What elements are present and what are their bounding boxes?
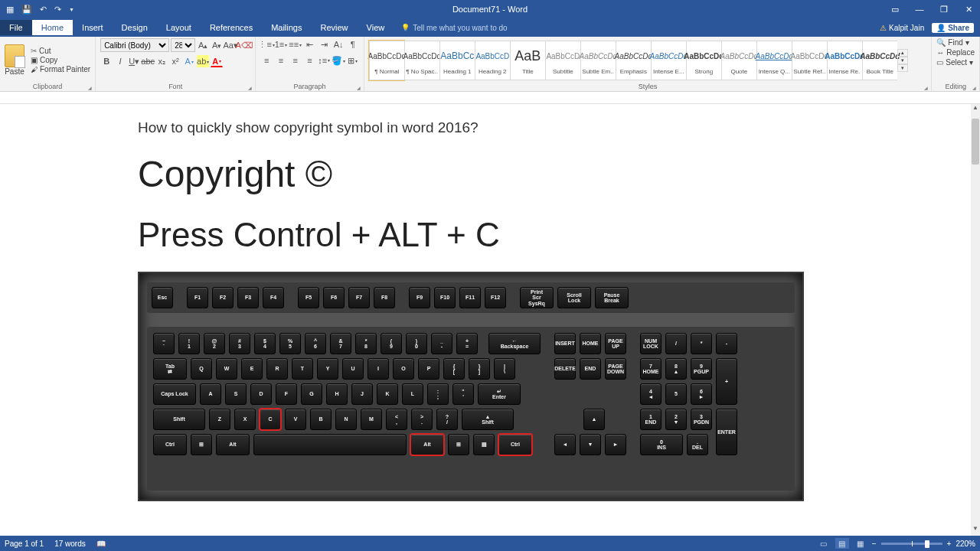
tab-insert[interactable]: Insert xyxy=(73,20,113,35)
bold-button[interactable]: B xyxy=(100,55,113,67)
show-marks-button[interactable]: ¶ xyxy=(347,38,359,51)
text-effects-button[interactable]: A xyxy=(183,55,195,67)
font-color-button[interactable]: A xyxy=(211,55,223,67)
group-font: Calibri (Body) 28 A▴ A▾ Aa▾ A⌫ B I U▾ ab… xyxy=(96,37,256,91)
qat-undo-icon[interactable]: ↶ xyxy=(40,5,47,15)
justify-button[interactable]: ≡ xyxy=(303,54,315,67)
window-restore-icon[interactable]: ❐ xyxy=(933,0,956,18)
styles-more-icon[interactable]: ▾ xyxy=(897,64,908,72)
view-web-icon[interactable]: ▦ xyxy=(854,538,867,549)
find-button[interactable]: 🔍 Find ▾ xyxy=(936,38,969,47)
bullets-button[interactable]: ⋮≡ xyxy=(260,39,273,51)
doc-text-line2[interactable]: Copyright © xyxy=(138,155,833,195)
styles-up-icon[interactable]: ▴ xyxy=(897,49,908,57)
tab-design[interactable]: Design xyxy=(113,20,157,35)
clear-formatting-button[interactable]: A⌫ xyxy=(238,39,250,51)
tab-references[interactable]: References xyxy=(201,20,262,35)
align-right-button[interactable]: ≡ xyxy=(289,54,302,67)
window-titlebar: ▦ 💾 ↶ ↷ ▼ Document71 - Word ▭ — ❐ ✕ xyxy=(0,0,980,18)
user-name[interactable]: ⚠ Kalpit Jain xyxy=(880,24,924,32)
style-book-title[interactable]: AaBbCcDdBook Title xyxy=(862,41,897,80)
zoom-out-button[interactable]: − xyxy=(872,540,877,548)
status-words[interactable]: 17 words xyxy=(54,540,86,548)
increase-indent-button[interactable]: ⇥ xyxy=(318,39,330,51)
style---no-spac---[interactable]: AaBbCcDd¶ No Spac... xyxy=(404,41,439,80)
borders-button[interactable]: ⊞ xyxy=(347,54,359,67)
zoom-level[interactable]: 220% xyxy=(956,540,975,548)
group-paragraph: ⋮≡ 1≡ ≡≡ ⇤ ⇥ A↓ ¶ ≡ ≡ ≡ ≡ ↕≡ 🪣 ⊞ Paragra… xyxy=(256,37,364,91)
qat-customize-icon[interactable]: ▼ xyxy=(69,7,74,12)
window-close-icon[interactable]: ✕ xyxy=(957,0,980,18)
line-spacing-button[interactable]: ↕≡ xyxy=(318,54,330,67)
tell-me-input[interactable]: Tell me what you want to do xyxy=(401,24,507,32)
paste-button[interactable]: Paste xyxy=(5,44,24,76)
align-center-button[interactable]: ≡ xyxy=(275,54,287,67)
view-print-icon[interactable]: ▤ xyxy=(835,538,849,549)
style-intense-e---[interactable]: AaBbCcDdIntense E... xyxy=(651,41,686,80)
style-intense-q---[interactable]: AaBbCcDdIntense Q... xyxy=(756,41,792,80)
style-subtitle[interactable]: AaBbCcDSubtitle xyxy=(545,41,580,80)
tab-home[interactable]: Home xyxy=(32,20,73,35)
style---normal[interactable]: AaBbCcDd¶ Normal xyxy=(369,41,404,80)
group-label-paragraph: Paragraph xyxy=(260,82,359,91)
scrollbar-track[interactable] xyxy=(971,115,980,525)
style-subtle-em---[interactable]: AaBbCcDdSubtle Em... xyxy=(580,41,616,80)
view-read-icon[interactable]: ▭ xyxy=(817,538,831,549)
scroll-up-icon[interactable]: ▲ xyxy=(971,104,980,115)
scroll-down-icon[interactable]: ▼ xyxy=(971,525,980,536)
scrollbar-thumb[interactable] xyxy=(972,119,979,165)
copy-button[interactable]: ▣ Copy xyxy=(31,56,90,64)
status-spell-icon[interactable]: 📖 xyxy=(96,540,106,548)
status-page[interactable]: Page 1 of 1 xyxy=(5,540,44,548)
doc-text-line3[interactable]: Press Control + ALT + C xyxy=(138,217,833,253)
decrease-indent-button[interactable]: ⇤ xyxy=(303,39,315,51)
qat-save-icon[interactable]: 💾 xyxy=(21,5,32,15)
ribbon-display-icon[interactable]: ▭ xyxy=(884,0,906,18)
select-button[interactable]: ▭ Select ▾ xyxy=(936,58,973,67)
style-heading-2[interactable]: AaBbCcDHeading 2 xyxy=(475,41,510,80)
font-size-select[interactable]: 28 xyxy=(171,38,195,52)
style-emphasis[interactable]: AaBbCcDdEmphasis xyxy=(616,41,651,80)
strikethrough-button[interactable]: abc xyxy=(142,55,154,67)
increase-font-button[interactable]: A▴ xyxy=(197,39,209,51)
keyboard-image: EscF1F2F3F4F5F6F7F8F9F10F11F12PrintScrSy… xyxy=(138,272,804,501)
style-heading-1[interactable]: AaBbCcHeading 1 xyxy=(439,41,475,80)
subscript-button[interactable]: x₂ xyxy=(155,55,168,67)
zoom-slider[interactable] xyxy=(881,543,942,545)
zoom-in-button[interactable]: + xyxy=(947,540,952,548)
superscript-button[interactable]: x² xyxy=(169,55,181,67)
vertical-scrollbar[interactable]: ▲ ▼ xyxy=(971,104,980,536)
tab-file[interactable]: File xyxy=(0,20,32,35)
replace-button[interactable]: ↔ Replace xyxy=(936,48,975,57)
window-minimize-icon[interactable]: — xyxy=(908,0,931,18)
cut-button[interactable]: Cut xyxy=(31,47,90,55)
doc-text-line1[interactable]: How to quickly show copyright symbol in … xyxy=(138,119,833,136)
format-painter-button[interactable]: Format Painter xyxy=(31,65,90,73)
styles-down-icon[interactable]: ▾ xyxy=(897,57,908,64)
numbering-button[interactable]: 1≡ xyxy=(275,38,287,51)
italic-button[interactable]: I xyxy=(114,55,126,67)
page-content[interactable]: How to quickly show copyright symbol in … xyxy=(0,104,971,517)
tab-review[interactable]: Review xyxy=(312,20,358,35)
style-subtle-ref---[interactable]: AaBbCcDdSubtle Ref... xyxy=(792,41,827,80)
shading-button[interactable]: 🪣 xyxy=(332,54,345,67)
document-canvas[interactable]: How to quickly show copyright symbol in … xyxy=(0,104,980,536)
tab-view[interactable]: View xyxy=(358,20,394,35)
highlight-button[interactable]: ab xyxy=(197,55,209,67)
horizontal-ruler[interactable] xyxy=(0,92,980,104)
style-intense-re---[interactable]: AaBbCcDdIntense Re... xyxy=(827,41,862,80)
group-label-styles: Styles xyxy=(369,82,926,91)
style-strong[interactable]: AaBbCcDdStrong xyxy=(686,41,721,80)
share-button[interactable]: 👤 Share xyxy=(932,23,974,33)
style-quote[interactable]: AaBbCcDdQuote xyxy=(721,41,756,80)
sort-button[interactable]: A↓ xyxy=(332,38,345,51)
qat-redo-icon[interactable]: ↷ xyxy=(54,5,61,15)
decrease-font-button[interactable]: A▾ xyxy=(211,39,223,51)
align-left-button[interactable]: ≡ xyxy=(260,54,273,67)
tab-mailings[interactable]: Mailings xyxy=(262,20,311,35)
tab-layout[interactable]: Layout xyxy=(157,20,201,35)
underline-button[interactable]: U▾ xyxy=(128,55,140,67)
multilevel-button[interactable]: ≡≡ xyxy=(289,38,302,51)
style-title[interactable]: AaBTitle xyxy=(510,41,545,80)
font-name-select[interactable]: Calibri (Body) xyxy=(100,38,169,52)
